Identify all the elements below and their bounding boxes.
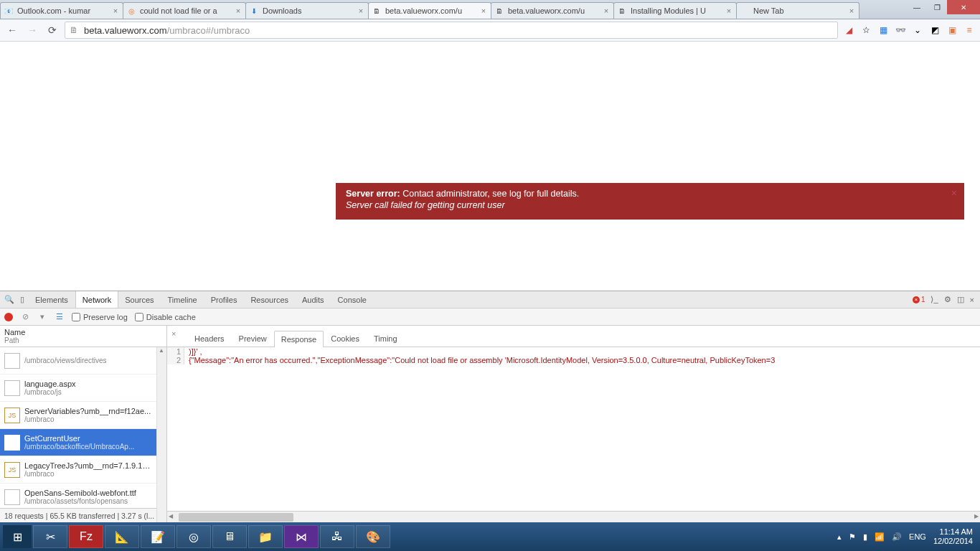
taskbar-app[interactable]: 🖥 — [212, 525, 247, 548]
devtools-close-icon[interactable]: × — [970, 296, 974, 304]
address-bar[interactable]: 🗎 beta.valueworx.com/umbraco#/umbraco — [65, 22, 838, 39]
request-row[interactable]: JS LegacyTreeJs?umb__rnd=7.1.9.10.../umb… — [0, 456, 156, 484]
record-button[interactable] — [4, 313, 13, 321]
flag-icon[interactable]: ⚑ — [849, 532, 856, 542]
settings-icon[interactable]: ⚙ — [944, 295, 951, 304]
browser-tab[interactable]: 📧 Outlook.com - kumar × — [0, 2, 123, 19]
browser-tab[interactable]: ◎ could not load file or a × — [123, 2, 246, 19]
taskbar-app-visualstudio[interactable]: ⋈ — [284, 525, 319, 548]
request-detail: × Headers Preview Response Cookies Timin… — [167, 326, 980, 522]
devtools-tab-resources[interactable]: Resources — [244, 291, 296, 308]
font-icon — [4, 489, 20, 505]
browser-tab[interactable]: 🗎 Installing Modules | U × — [613, 2, 737, 19]
close-icon[interactable]: × — [847, 6, 856, 15]
js-icon: JS — [4, 408, 20, 423]
scrollbar[interactable] — [156, 347, 166, 522]
close-icon[interactable]: × — [234, 6, 242, 15]
request-list: Name Path /umbraco/views/directives lang… — [0, 326, 167, 522]
taskbar-app-chrome[interactable]: ◎ — [176, 525, 211, 548]
menu-icon[interactable]: ≡ — [963, 24, 976, 37]
devtools-tab-sources[interactable]: Sources — [118, 291, 161, 308]
close-detail-icon[interactable]: × — [171, 329, 182, 339]
dock-icon[interactable]: ◫ — [957, 295, 964, 304]
ext-icon[interactable]: ◩ — [928, 24, 941, 37]
device-icon[interactable]: ▯ — [20, 295, 24, 304]
drawer-icon[interactable]: ⟩_ — [930, 295, 938, 304]
detail-tab-timing[interactable]: Timing — [367, 330, 405, 347]
site-info-icon[interactable]: 🗎 — [68, 24, 80, 36]
req-name: language.aspx — [24, 380, 76, 388]
browser-tab[interactable]: 🗎 beta.valueworx.com/u × — [491, 2, 614, 19]
reload-button[interactable]: ⟳ — [44, 22, 60, 38]
clear-icon[interactable]: ⊘ — [20, 312, 30, 322]
network-icon[interactable]: 📶 — [875, 532, 885, 542]
tray-icon[interactable]: ▴ — [837, 532, 842, 542]
request-row[interactable]: language.aspx/umbraco/js — [0, 375, 156, 402]
clock[interactable]: 11:14 AM 12/02/2014 — [933, 527, 973, 546]
detail-tab-response[interactable]: Response — [274, 331, 324, 347]
taskbar-app[interactable]: ✂ — [33, 525, 67, 548]
ext-icon[interactable]: ▣ — [946, 24, 958, 37]
browser-tab-active[interactable]: 🗎 beta.valueworx.com/u × — [368, 2, 491, 19]
taskbar-app[interactable]: 📝 — [141, 525, 175, 548]
browser-tab[interactable]: New Tab × — [736, 2, 859, 19]
preserve-log-checkbox[interactable]: Preserve log — [72, 313, 128, 321]
forward-button[interactable]: → — [24, 22, 40, 38]
request-row[interactable]: /umbraco/views/directives — [0, 347, 156, 375]
back-button[interactable]: ← — [4, 22, 20, 38]
page-icon: 🗎 — [372, 6, 382, 16]
close-icon[interactable]: × — [357, 6, 365, 15]
devtools-tab-profiles[interactable]: Profiles — [204, 291, 245, 308]
req-path: /umbraco/views/directives — [24, 357, 106, 364]
taskbar-app-filezilla[interactable]: Fz — [69, 525, 103, 548]
horizontal-scrollbar[interactable] — [167, 511, 980, 522]
pocket-ext-icon[interactable]: ⌄ — [911, 24, 924, 37]
network-status: 18 requests | 65.5 KB transferred | 3.27… — [0, 508, 166, 522]
close-icon[interactable]: × — [725, 6, 733, 15]
start-button[interactable]: ⊞ — [3, 525, 32, 548]
req-path: /umbraco/backoffice/UmbracoAp... — [24, 443, 134, 451]
js-icon: JS — [4, 462, 20, 478]
taskbar-app-explorer[interactable]: 📁 — [248, 525, 283, 548]
devtools-tab-network[interactable]: Network — [75, 291, 118, 308]
error-badge[interactable]: ×1 — [913, 296, 925, 303]
disable-cache-checkbox[interactable]: Disable cache — [135, 313, 196, 321]
browser-tab[interactable]: ⬇ Downloads × — [245, 2, 369, 19]
request-row[interactable]: OpenSans-Semibold-webfont.ttf/umbraco/as… — [0, 484, 156, 508]
close-icon[interactable]: × — [479, 6, 488, 15]
search-icon[interactable]: 🔍 — [4, 295, 14, 304]
request-row[interactable]: JS ServerVariables?umb__rnd=f12ae.../umb… — [0, 402, 156, 429]
angular-ext-icon[interactable]: ◢ — [842, 24, 855, 37]
taskbar-app-paint[interactable]: 🎨 — [356, 525, 390, 548]
req-name: OpenSans-Semibold-webfont.ttf — [24, 489, 136, 497]
response-body[interactable]: 1)]}' , 2{"Message":"An error has occurr… — [167, 347, 980, 511]
minimize-button[interactable]: — — [907, 0, 927, 14]
dismiss-error-button[interactable]: × — [951, 187, 957, 199]
detail-tab-headers[interactable]: Headers — [187, 330, 232, 347]
bookmark-star-icon[interactable]: ☆ — [859, 24, 872, 37]
filter-icon[interactable]: ▾ — [37, 312, 47, 322]
taskbar-app[interactable]: 📐 — [105, 525, 139, 548]
close-window-button[interactable]: ✕ — [947, 0, 980, 14]
maximize-button[interactable]: ❐ — [927, 0, 947, 14]
close-icon[interactable]: × — [602, 6, 611, 15]
detail-tab-preview[interactable]: Preview — [232, 330, 274, 347]
request-list-header[interactable]: Name Path — [0, 326, 166, 347]
language-indicator[interactable]: ENG — [909, 532, 926, 541]
detail-tab-cookies[interactable]: Cookies — [324, 330, 367, 347]
incognito-ext-icon[interactable]: 👓 — [894, 24, 907, 37]
volume-icon[interactable]: 🔊 — [892, 532, 902, 542]
tab-label: could not load file or a — [140, 6, 231, 15]
clock-date: 12/02/2014 — [933, 537, 973, 546]
view-icon[interactable]: ☰ — [55, 312, 65, 322]
battery-icon[interactable]: ▮ — [863, 532, 867, 542]
devtools-tab-audits[interactable]: Audits — [296, 291, 331, 308]
devtools-tab-elements[interactable]: Elements — [29, 291, 75, 308]
page-icon: 🗎 — [494, 6, 504, 16]
devtools-tab-console[interactable]: Console — [331, 291, 374, 308]
taskbar-app[interactable]: 🖧 — [320, 525, 354, 548]
devtools-tab-timeline[interactable]: Timeline — [161, 291, 204, 308]
request-row-selected[interactable]: GetCurrentUser/umbraco/backoffice/Umbrac… — [0, 429, 156, 456]
ext-icon[interactable]: ▦ — [877, 24, 890, 37]
close-icon[interactable]: × — [111, 6, 120, 15]
